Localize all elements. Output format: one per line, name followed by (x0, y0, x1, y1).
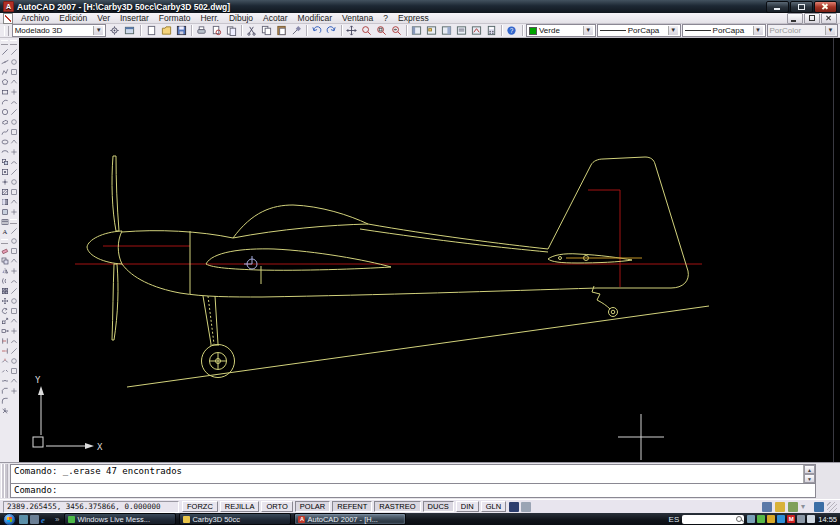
command-scrollbar[interactable]: ▲ ▼ (803, 465, 815, 483)
menu-archivo[interactable]: Archivo (16, 13, 54, 23)
scroll-down-icon[interactable]: ▼ (804, 474, 815, 483)
break-at-point-button[interactable] (0, 356, 9, 366)
zoom-window-button[interactable] (374, 24, 389, 37)
menu-formato[interactable]: Formato (154, 13, 196, 23)
multiline-text-button[interactable]: A (0, 227, 9, 237)
gradient-button[interactable] (0, 197, 9, 207)
side-tool-button[interactable] (9, 306, 18, 316)
quickcalc-button[interactable] (484, 24, 499, 37)
m-agent-icon[interactable]: M (787, 515, 795, 523)
rotate-button[interactable] (0, 306, 9, 316)
revision-cloud-button[interactable] (0, 117, 9, 127)
menu-dibujo[interactable]: Dibujo (224, 13, 258, 23)
show-desktop-icon[interactable] (19, 515, 28, 524)
child-close-button[interactable] (821, 13, 837, 24)
lock-icon[interactable] (775, 502, 785, 512)
search-input[interactable] (682, 515, 744, 524)
ellipse-arc-button[interactable] (0, 147, 9, 157)
taskbar-task-3[interactable]: AAutoCAD 2007 - [H... (294, 513, 406, 525)
toggle-orto[interactable]: ORTO (261, 501, 292, 512)
side-tool-button[interactable] (9, 107, 18, 117)
side-tool-button[interactable] (9, 187, 18, 197)
toggle-polar[interactable]: POLAR (295, 501, 330, 512)
taskbar-clock[interactable]: 14:55 (818, 515, 837, 524)
designcenter-button[interactable] (424, 24, 439, 37)
my-workspace-button[interactable] (122, 24, 137, 37)
toggle-refent[interactable]: REFENT (332, 501, 372, 512)
side-tool-button[interactable] (9, 67, 18, 77)
side-tool-button[interactable] (9, 256, 18, 266)
side-tool-button[interactable] (9, 87, 18, 97)
command-window-grab-handle[interactable] (1, 464, 8, 498)
side-tool-button[interactable] (9, 356, 18, 366)
side-tool-button[interactable] (9, 296, 18, 306)
side-tool-button[interactable] (9, 366, 18, 376)
menu-?[interactable]: ? (378, 13, 393, 23)
table-button[interactable] (0, 217, 9, 227)
explode-button[interactable] (0, 406, 9, 416)
ellipse-button[interactable] (0, 137, 9, 147)
polyline-button[interactable] (0, 67, 9, 77)
side-tool-button[interactable] (9, 47, 18, 57)
side-tool-button[interactable] (9, 207, 18, 217)
side-tool-button[interactable] (9, 77, 18, 87)
side-tool-button[interactable] (9, 137, 18, 147)
linetype-dropdown[interactable]: PorCapa ▼ (597, 24, 681, 37)
move-button[interactable] (0, 296, 9, 306)
menu-modificar[interactable]: Modificar (293, 13, 337, 23)
region-button[interactable] (0, 207, 9, 217)
side-tool-button[interactable] (9, 246, 18, 256)
language-indicator[interactable]: ES (669, 515, 680, 524)
side-tool-button[interactable] (9, 197, 18, 207)
point-button[interactable] (0, 177, 9, 187)
undo-button[interactable] (309, 24, 324, 37)
side-tool-button[interactable] (9, 266, 18, 276)
child-restore-button[interactable] (804, 13, 820, 24)
toolbar-grab-handle[interactable] (4, 26, 9, 36)
close-button[interactable] (814, 1, 837, 13)
caret-down-icon[interactable]: ▾ (801, 502, 811, 512)
quick-launch-overflow-icon[interactable]: » (53, 515, 61, 524)
drawing-file-icon[interactable] (3, 13, 13, 24)
side-tool-button[interactable] (9, 177, 18, 187)
toolbar-grab-handle[interactable] (10, 40, 17, 45)
publish-button[interactable] (224, 24, 239, 37)
insert-block-button[interactable] (0, 157, 9, 167)
app-tray-icon[interactable] (777, 515, 785, 523)
line-button[interactable] (0, 47, 9, 57)
copy-object-button[interactable] (0, 256, 9, 266)
sheetset-manager-button[interactable] (454, 24, 469, 37)
taskbar-task-1[interactable]: Windows Live Mess... (64, 513, 176, 525)
tool-palettes-button[interactable] (439, 24, 454, 37)
extend-button[interactable] (0, 346, 9, 356)
toggle-din[interactable]: DIN (456, 501, 479, 512)
side-tool-button[interactable] (9, 167, 18, 177)
menu-express[interactable]: Express (393, 13, 434, 23)
side-tool-button[interactable] (9, 117, 18, 127)
side-tool-button[interactable] (9, 226, 18, 236)
update-icon[interactable] (767, 515, 775, 523)
menu-ver[interactable]: Ver (92, 13, 115, 23)
start-button[interactable] (3, 513, 16, 525)
make-block-button[interactable] (0, 167, 9, 177)
drawing-canvas[interactable]: Y X (19, 38, 840, 462)
clean-screen-icon[interactable] (814, 502, 824, 512)
menu-acotar[interactable]: Acotar (258, 13, 293, 23)
polygon-button[interactable] (0, 77, 9, 87)
spline-button[interactable] (0, 127, 9, 137)
side-tool-button[interactable] (9, 127, 18, 137)
properties-button[interactable] (409, 24, 424, 37)
side-tool-button[interactable] (9, 147, 18, 157)
side-tool-button[interactable] (9, 286, 18, 296)
qnew-button[interactable] (144, 24, 159, 37)
menu-edici-n[interactable]: Edición (54, 13, 92, 23)
lineweight-dropdown[interactable]: PorCapa ▼ (682, 24, 766, 37)
array-button[interactable] (0, 286, 9, 296)
side-tool-button[interactable] (9, 386, 18, 396)
menu-herr-[interactable]: Herr. (195, 13, 223, 23)
open-button[interactable] (159, 24, 174, 37)
chamfer-button[interactable] (0, 386, 9, 396)
coordinate-readout[interactable]: 2389.265455, 3456.375866, 0.000000 (3, 501, 179, 513)
display-icon[interactable] (797, 515, 805, 523)
workspace-settings-button[interactable] (107, 24, 122, 37)
